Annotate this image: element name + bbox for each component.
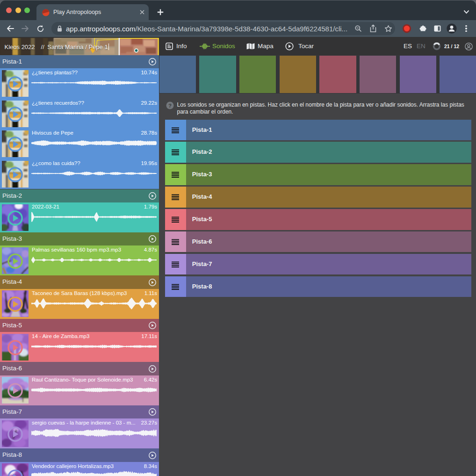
svg-text:?: ? [168, 103, 171, 108]
